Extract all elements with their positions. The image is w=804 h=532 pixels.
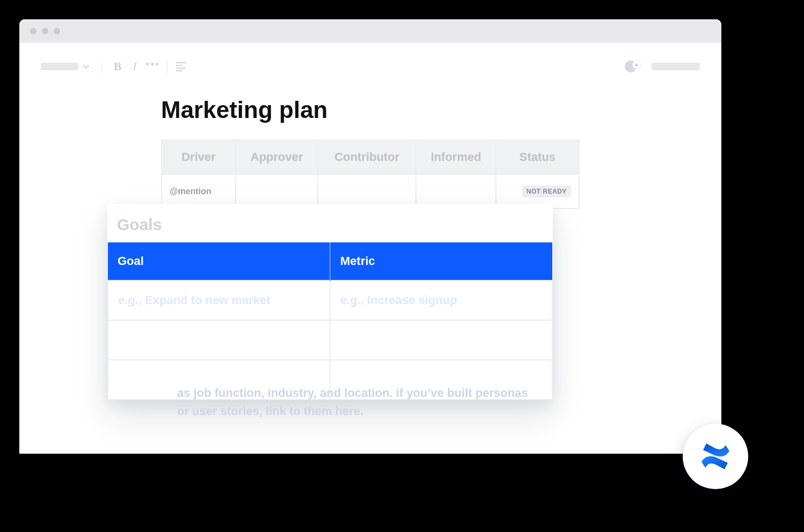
goals-table: Goal Metric e.g., Expand to new market e… [107,242,553,400]
goals-header-metric: Metric [330,242,552,280]
daci-header-informed: Informed [416,140,496,174]
daci-header-driver: Driver [162,140,236,174]
align-left-icon[interactable] [176,62,186,71]
italic-button[interactable]: I [128,60,141,73]
toolbar-style-dropdown[interactable] [41,63,78,70]
goals-header-goal: Goal [108,242,330,280]
add-user-button[interactable]: + [632,61,641,69]
toolbar-action-placeholder[interactable] [652,63,700,70]
window-control-close[interactable] [30,28,36,34]
status-badge: NOT READY [522,186,571,197]
table-row [108,320,552,360]
document-body: Marketing plan Driver Approver Contribut… [161,80,580,209]
goals-heading: Goals [107,213,553,242]
body-paragraph: as job function, industry, and location.… [177,384,531,420]
bold-button[interactable]: B [111,60,124,73]
table-row: e.g., Expand to new market e.g., Increas… [108,280,552,320]
editor-toolbar: B I ••• + [41,43,700,80]
daci-table: Driver Approver Contributor Informed Sta… [161,139,580,209]
page-title[interactable]: Marketing plan [161,97,580,123]
goal-cell[interactable]: e.g., Expand to new market [108,280,330,320]
daci-header-status: Status [496,140,579,174]
metric-cell[interactable]: e.g., Increase signup [330,280,552,320]
daci-header-contributor: Contributor [318,140,416,174]
confluence-logo-icon [683,424,748,489]
toolbar-separator [102,60,103,73]
chevron-down-icon [83,62,89,71]
avatar[interactable]: + [625,61,637,72]
more-formatting-button[interactable]: ••• [145,58,158,71]
goal-cell[interactable] [108,320,330,360]
window-titlebar [19,19,721,43]
window-control-maximize[interactable] [54,28,60,34]
goals-panel: Goals Goal Metric e.g., Expand to new ma… [107,204,553,400]
metric-cell[interactable] [330,320,552,360]
daci-header-approver: Approver [236,140,318,174]
toolbar-separator [167,60,167,73]
window-control-minimize[interactable] [42,28,48,34]
